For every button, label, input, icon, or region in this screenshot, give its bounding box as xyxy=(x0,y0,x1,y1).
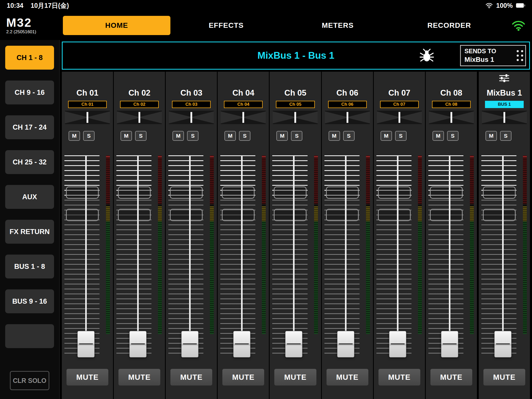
nav-tab[interactable]: RECORDER xyxy=(394,16,505,35)
m-button[interactable]: M xyxy=(172,131,184,141)
s-button[interactable]: S xyxy=(83,131,95,141)
fader-handle[interactable] xyxy=(337,331,354,357)
channel-strip: Ch 05 Ch 05 M S MUTE xyxy=(270,72,321,399)
fader-scale xyxy=(324,155,360,356)
wifi-status-icon[interactable] xyxy=(511,20,526,31)
mute-button[interactable]: MUTE xyxy=(170,369,212,385)
fader[interactable] xyxy=(374,155,425,360)
fader-track xyxy=(345,156,347,356)
sidebar-item[interactable]: BUS 9 - 16 xyxy=(5,289,54,313)
fader-handle[interactable] xyxy=(494,331,511,357)
mute-button[interactable]: MUTE xyxy=(483,369,525,385)
sidebar-item[interactable]: FX RETURN xyxy=(5,220,54,244)
status-bar: 10:34 10月17日(金) 100% xyxy=(0,0,532,11)
fader-track xyxy=(137,156,139,356)
fader-track xyxy=(449,156,450,356)
channel-strip: Ch 04 Ch 04 M S MUTE xyxy=(218,72,269,399)
m-button[interactable]: M xyxy=(433,131,444,141)
pan-control[interactable] xyxy=(377,111,422,124)
s-button[interactable]: S xyxy=(447,131,458,141)
fader[interactable] xyxy=(426,155,477,360)
sends-to-selector[interactable]: SENDS TO MixBus 1 xyxy=(460,45,526,66)
mute-solo-row: M S xyxy=(69,131,113,141)
fader[interactable] xyxy=(322,155,373,360)
pan-control[interactable] xyxy=(429,111,474,124)
s-button[interactable]: S xyxy=(395,131,407,141)
scribble-strip[interactable]: Ch 07 xyxy=(380,101,419,108)
fader-handle[interactable] xyxy=(285,331,302,357)
m-button[interactable]: M xyxy=(329,131,340,141)
gate-indicator xyxy=(483,187,516,199)
fader[interactable] xyxy=(218,155,269,360)
sidebar-item[interactable]: BUS 1 - 8 xyxy=(5,255,54,278)
comp-indicator xyxy=(326,209,359,221)
s-button[interactable]: S xyxy=(500,131,511,141)
sidebar-item[interactable]: CH 17 - 24 xyxy=(5,115,54,139)
level-meter xyxy=(366,155,370,334)
clear-solo-button[interactable]: CLR SOLO xyxy=(10,371,49,390)
mute-button[interactable]: MUTE xyxy=(118,369,160,385)
scribble-strip[interactable]: Ch 02 xyxy=(120,101,159,108)
s-button[interactable]: S xyxy=(291,131,302,141)
pan-control[interactable] xyxy=(117,111,162,124)
fader[interactable] xyxy=(479,155,530,360)
pan-control[interactable] xyxy=(273,111,318,124)
m-button[interactable]: M xyxy=(381,131,392,141)
pan-bowtie xyxy=(169,111,214,124)
s-button[interactable]: S xyxy=(187,131,198,141)
scribble-strip[interactable]: Ch 03 xyxy=(172,101,211,108)
pan-control[interactable] xyxy=(482,111,527,124)
m-button[interactable]: M xyxy=(486,131,497,141)
mute-solo-row: M S xyxy=(381,131,425,141)
pan-control[interactable] xyxy=(325,111,370,124)
nav-tab[interactable]: HOME xyxy=(63,16,170,35)
s-button[interactable]: S xyxy=(239,131,250,141)
scribble-strip[interactable]: BUS 1 xyxy=(485,101,524,108)
mute-button[interactable]: MUTE xyxy=(327,369,368,385)
s-button[interactable]: S xyxy=(343,131,355,141)
fader[interactable] xyxy=(270,155,321,360)
scribble-strip[interactable]: Ch 06 xyxy=(328,101,367,108)
pan-control[interactable] xyxy=(65,111,110,124)
pan-bowtie xyxy=(325,111,370,124)
mute-button[interactable]: MUTE xyxy=(222,369,264,385)
m-button[interactable]: M xyxy=(121,131,132,141)
scribble-strip[interactable]: Ch 05 xyxy=(276,101,315,108)
fader-handle[interactable] xyxy=(129,331,147,357)
mute-solo-row: M S xyxy=(433,131,477,141)
scribble-strip[interactable]: Ch 08 xyxy=(432,101,471,108)
m-button[interactable]: M xyxy=(69,131,80,141)
mute-button[interactable]: MUTE xyxy=(274,369,316,385)
status-date: 10月17日(金) xyxy=(31,1,69,10)
strip-header: Ch 06 xyxy=(322,72,373,99)
nav-tab[interactable]: METERS xyxy=(282,16,393,35)
fader-track xyxy=(397,156,398,356)
battery-percent: 100% xyxy=(496,2,513,9)
mute-button[interactable]: MUTE xyxy=(378,369,420,385)
nav-tab[interactable]: EFFECTS xyxy=(170,16,282,35)
pan-control[interactable] xyxy=(221,111,266,124)
fader-handle[interactable] xyxy=(181,331,198,357)
fader-handle[interactable] xyxy=(389,331,406,357)
fader[interactable] xyxy=(62,155,113,360)
fader-handle[interactable] xyxy=(441,331,458,357)
sidebar-item[interactable]: CH 1 - 8 xyxy=(5,46,54,70)
m-button[interactable]: M xyxy=(224,131,236,141)
fader[interactable] xyxy=(114,155,165,360)
sidebar-item[interactable]: AUX xyxy=(5,185,54,209)
fader-handle[interactable] xyxy=(233,331,250,357)
s-button[interactable]: S xyxy=(135,131,147,141)
mute-solo-row: M S xyxy=(486,131,530,141)
bug-icon[interactable] xyxy=(420,48,434,63)
scribble-strip[interactable]: Ch 01 xyxy=(68,101,107,108)
mute-button[interactable]: MUTE xyxy=(430,369,472,385)
scribble-strip[interactable]: Ch 04 xyxy=(224,101,263,108)
m-button[interactable]: M xyxy=(276,131,288,141)
sidebar-item[interactable]: CH 25 - 32 xyxy=(5,150,54,174)
sidebar-item[interactable] xyxy=(5,324,54,348)
pan-control[interactable] xyxy=(169,111,214,124)
fader[interactable] xyxy=(166,155,217,360)
sidebar-item[interactable]: CH 9 - 16 xyxy=(5,81,54,104)
fader-handle[interactable] xyxy=(77,331,95,357)
mute-button[interactable]: MUTE xyxy=(66,369,108,385)
